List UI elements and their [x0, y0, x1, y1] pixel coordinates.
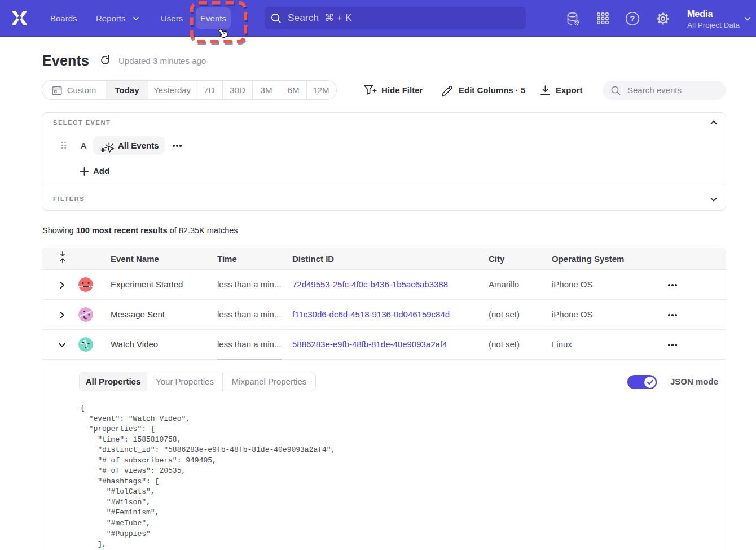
- svg-text:?: ?: [630, 14, 635, 23]
